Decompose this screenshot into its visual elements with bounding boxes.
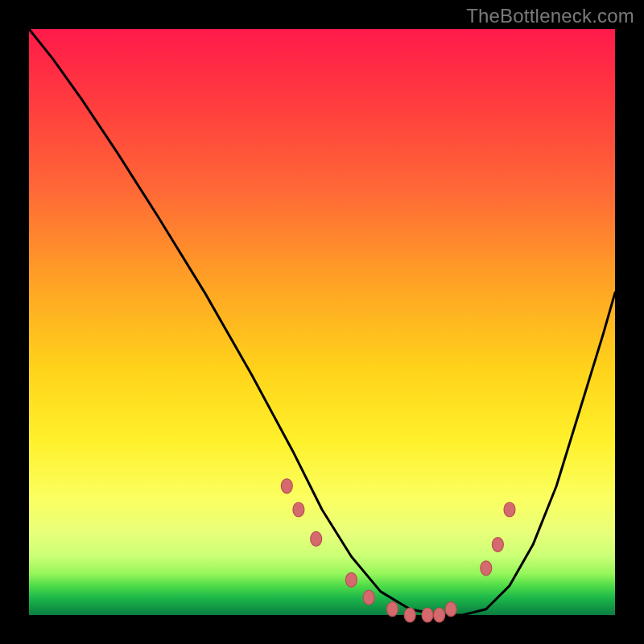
watermark-text: TheBottleneck.com bbox=[466, 5, 634, 27]
marker-point bbox=[363, 590, 374, 605]
marker-point bbox=[345, 572, 357, 587]
marker-point bbox=[481, 561, 492, 576]
marker-point bbox=[404, 608, 415, 622]
marker-point bbox=[281, 479, 292, 493]
marker-point bbox=[293, 502, 304, 517]
bottleneck-curve bbox=[29, 29, 615, 615]
marker-point bbox=[311, 531, 322, 546]
marker-point bbox=[504, 502, 515, 517]
marker-point bbox=[445, 602, 456, 617]
marker-point bbox=[492, 538, 503, 552]
plot-area bbox=[29, 29, 615, 615]
marker-point bbox=[422, 608, 433, 622]
marker-point bbox=[386, 602, 398, 617]
curve-svg bbox=[29, 29, 615, 615]
marker-point bbox=[434, 608, 445, 622]
chart-frame: TheBottleneck.com bbox=[0, 0, 644, 644]
